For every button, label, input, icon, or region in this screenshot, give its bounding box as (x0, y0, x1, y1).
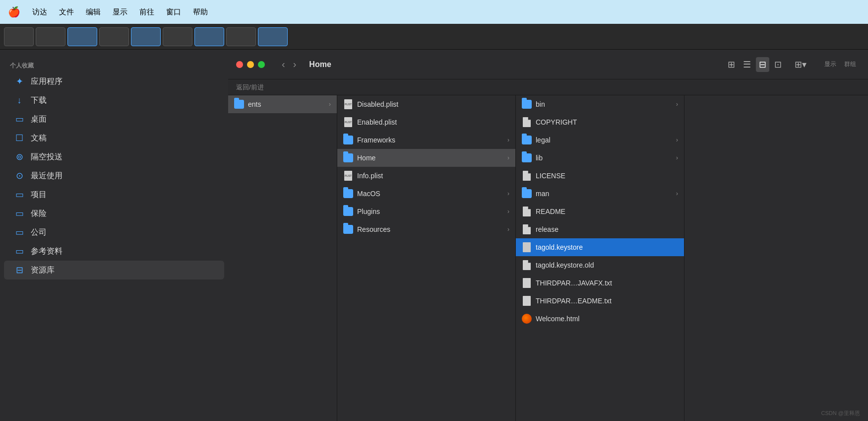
item-name-resources: Resources (357, 225, 503, 233)
view-more-button[interactable]: ⊞▾ (792, 57, 809, 72)
menu-go[interactable]: 前往 (139, 7, 154, 17)
list-item[interactable]: PLIST Enabled.plist (337, 113, 515, 131)
sidebar-item-projects[interactable]: ▭ 项目 (4, 185, 224, 204)
list-item[interactable]: man › (516, 185, 684, 203)
list-item[interactable]: release (516, 220, 684, 238)
column-1: ents › (228, 95, 337, 421)
list-item[interactable]: Home › (337, 149, 515, 167)
chevron-icon: › (507, 137, 509, 143)
close-button[interactable] (236, 61, 243, 68)
taskbar-thumb-6[interactable] (163, 27, 192, 46)
chevron-icon: › (507, 208, 509, 215)
chevron-icon: › (676, 190, 678, 197)
columns-container: ents › PLIST Disabled.plist PLIST Enable… (228, 95, 868, 421)
list-item[interactable]: Plugins › (337, 203, 515, 220)
window-title: Home (309, 60, 331, 69)
sidebar-item-airdrop[interactable]: ⊚ 隔空投送 (4, 147, 224, 166)
main-content: 个人收藏 ✦ 应用程序 ↓ 下载 ▭ 桌面 ☐ 文稿 ⊚ 隔空投送 ⊙ 最近使用… (0, 50, 868, 421)
sidebar-item-library[interactable]: ⊟ 资源库 (4, 261, 224, 280)
list-item[interactable]: COPYRIGHT (516, 113, 684, 131)
item-name-ents: ents (248, 100, 325, 108)
list-item[interactable]: THIRDPAR…JAVAFX.txt (516, 274, 684, 292)
item-name-disabled-plist: Disabled.plist (357, 100, 509, 108)
view-icon-list[interactable]: ☰ (740, 57, 754, 72)
sidebar-item-company[interactable]: ▭ 公司 (4, 223, 224, 242)
forward-button[interactable]: › (290, 57, 300, 72)
list-item[interactable]: bin › (516, 95, 684, 113)
taskbar-thumb-4[interactable] (99, 27, 129, 46)
column-3: bin › COPYRIGHT legal › (516, 95, 684, 421)
list-item[interactable]: README (516, 203, 684, 220)
list-item[interactable]: PLIST Info.plist (337, 167, 515, 185)
menu-window[interactable]: 窗口 (166, 7, 181, 17)
list-item[interactable]: tagold.keystore.old (516, 256, 684, 274)
list-item[interactable]: PLIST Disabled.plist (337, 95, 515, 113)
list-item[interactable]: legal › (516, 131, 684, 149)
path-bar: 返回/前进 (228, 79, 868, 95)
taskbar-thumb-1[interactable] (4, 27, 34, 46)
item-name-legal: legal (536, 136, 672, 144)
minimize-button[interactable] (247, 61, 254, 68)
list-item[interactable]: LICENSE (516, 167, 684, 185)
nav-buttons: ‹ › (279, 57, 299, 72)
taskbar-thumb-9[interactable] (258, 27, 288, 46)
item-name-man: man (536, 190, 672, 198)
taskbar-thumb-8[interactable] (226, 27, 256, 46)
references-icon: ▭ (14, 246, 25, 257)
taskbar-thumb-2[interactable] (36, 27, 65, 46)
item-name-license: LICENSE (536, 172, 678, 180)
item-name-copyright: COPYRIGHT (536, 118, 678, 126)
sidebar-label-applications: 应用程序 (31, 76, 62, 87)
item-name-tagold-keystore-old: tagold.keystore.old (536, 261, 678, 269)
sidebar-label-references: 参考资料 (31, 246, 62, 257)
item-name-tagold-keystore: tagold.keystore (536, 243, 678, 251)
view-icon-gallery[interactable]: ⊡ (771, 57, 785, 72)
sidebar-item-insurance[interactable]: ▭ 保险 (4, 204, 224, 223)
maximize-button[interactable] (258, 61, 265, 68)
menu-edit[interactable]: 编辑 (86, 7, 101, 17)
view-icon-columns[interactable]: ⊟ (756, 57, 769, 72)
item-name-plugins: Plugins (357, 208, 503, 215)
list-item[interactable]: Welcome.html (516, 310, 684, 328)
list-item[interactable]: THIRDPAR…EADME.txt (516, 292, 684, 310)
list-item[interactable]: ents › (228, 95, 337, 113)
list-item[interactable]: Frameworks › (337, 131, 515, 149)
finder-window: ‹ › Home ⊞ ☰ ⊟ ⊡ ⊞▾ 显示 群组 返回/前进 (228, 50, 868, 421)
menubar: 🍎 访达 文件 编辑 显示 前往 窗口 帮助 (0, 0, 868, 24)
html-icon (522, 314, 532, 324)
folder-icon (522, 135, 532, 145)
taskbar-thumb-5[interactable] (131, 27, 161, 46)
menu-finder[interactable]: 访达 (32, 7, 47, 17)
sidebar-item-desktop[interactable]: ▭ 桌面 (4, 110, 224, 129)
sidebar-label-downloads: 下载 (31, 95, 47, 106)
sidebar-item-documents[interactable]: ☐ 文稿 (4, 129, 224, 147)
taskbar-thumb-3[interactable] (67, 27, 97, 46)
apple-menu[interactable]: 🍎 (8, 6, 20, 18)
chevron-icon: › (676, 154, 678, 161)
menu-file[interactable]: 文件 (59, 7, 74, 17)
back-button[interactable]: ‹ (279, 57, 288, 72)
folder-icon (343, 189, 353, 199)
file-icon (522, 117, 532, 127)
taskbar-thumb-7[interactable] (194, 27, 224, 46)
sidebar-item-downloads[interactable]: ↓ 下载 (4, 91, 224, 110)
txt-icon (522, 296, 532, 306)
sidebar: 个人收藏 ✦ 应用程序 ↓ 下载 ▭ 桌面 ☐ 文稿 ⊚ 隔空投送 ⊙ 最近使用… (0, 50, 228, 421)
list-item[interactable]: tagold.keystore (516, 238, 684, 256)
item-name-enabled-plist: Enabled.plist (357, 118, 509, 126)
sidebar-item-recents[interactable]: ⊙ 最近使用 (4, 166, 224, 185)
list-item[interactable]: Resources › (337, 220, 515, 238)
documents-icon: ☐ (14, 133, 25, 143)
list-item[interactable]: lib › (516, 149, 684, 167)
chevron-icon: › (329, 101, 331, 108)
menu-view[interactable]: 显示 (113, 7, 127, 17)
sidebar-item-references[interactable]: ▭ 参考资料 (4, 242, 224, 261)
view-mode-buttons: ⊞ ☰ ⊟ ⊡ (725, 57, 785, 72)
sidebar-item-applications[interactable]: ✦ 应用程序 (4, 72, 224, 91)
view-icon-grid[interactable]: ⊞ (725, 57, 738, 72)
chevron-icon: › (507, 190, 509, 197)
file-icon (522, 260, 532, 270)
folder-icon (522, 153, 532, 163)
list-item[interactable]: MacOS › (337, 185, 515, 203)
menu-help[interactable]: 帮助 (193, 7, 208, 17)
